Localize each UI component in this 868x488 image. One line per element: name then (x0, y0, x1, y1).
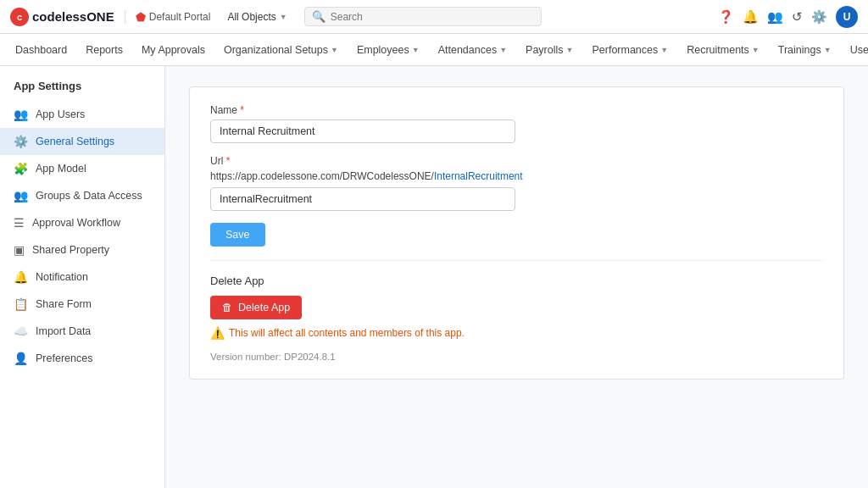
sidebar-item-label: Approval Workflow (32, 217, 120, 229)
chevron-down-icon: ▼ (752, 46, 760, 54)
sidebar-item-label: Preferences (36, 352, 92, 364)
sidebar-item-label: Share Form (36, 298, 92, 310)
chevron-down-icon: ▼ (660, 46, 668, 54)
cloud-icon: ☁️ (14, 324, 28, 338)
property-icon: ▣ (14, 243, 25, 257)
sidebar-item-import-data[interactable]: ☁️ Import Data (0, 318, 164, 345)
bell-icon: 🔔 (14, 270, 28, 284)
nav-reports[interactable]: Reports (77, 37, 131, 63)
chevron-down-icon: ▼ (566, 46, 574, 54)
chevron-down-icon: ▼ (412, 46, 420, 54)
form-icon: 📋 (14, 297, 28, 311)
help-icon[interactable]: ❓ (718, 9, 734, 25)
logo[interactable]: c codelessONE (10, 8, 114, 26)
all-objects-dropdown[interactable]: All Objects ▼ (220, 11, 293, 23)
nav-recruitments[interactable]: Recruitments▼ (678, 37, 768, 63)
search-icon: 🔍 (312, 10, 326, 23)
nav-trainings[interactable]: Trainings▼ (770, 37, 840, 63)
sidebar-item-app-model[interactable]: 🧩 App Model (0, 155, 164, 182)
sidebar-item-label: App Users (36, 108, 85, 120)
sidebar-item-preferences[interactable]: 👤 Preferences (0, 345, 164, 372)
sidebar-item-label: Shared Property (32, 244, 109, 256)
nav-performances[interactable]: Performances▼ (583, 37, 676, 63)
chevron-down-icon: ▼ (331, 46, 338, 54)
group-icon: 👥 (14, 189, 28, 202)
chevron-down-icon: ▼ (824, 46, 832, 54)
chevron-down-icon: ▼ (280, 13, 287, 21)
sidebar-header: App Settings (0, 76, 164, 101)
sidebar-item-app-users[interactable]: 👥 App Users (0, 101, 164, 128)
refresh-icon[interactable]: ↺ (792, 9, 803, 25)
name-input[interactable] (210, 119, 515, 143)
nav-employees[interactable]: Employees▼ (348, 37, 428, 63)
prefs-icon: 👤 (14, 352, 28, 365)
nav-my-approvals[interactable]: My Approvals (133, 37, 214, 63)
sidebar-item-approval-workflow[interactable]: ☰ Approval Workflow (0, 209, 164, 236)
topbar: c codelessONE ⬟ Default Portal All Objec… (0, 0, 868, 34)
model-icon: 🧩 (14, 162, 28, 175)
avatar[interactable]: U (836, 6, 858, 28)
delete-section-title: Delete App (210, 274, 823, 287)
chevron-down-icon: ▼ (499, 46, 507, 54)
sidebar-item-label: General Settings (36, 136, 114, 147)
navbar: Dashboard Reports My Approvals Organizat… (0, 34, 868, 66)
notification-icon[interactable]: 🔔 (743, 9, 759, 25)
nav-user-profiles[interactable]: User Profiles▼ (842, 37, 868, 63)
nav-attendances[interactable]: Attendances▼ (430, 37, 515, 63)
required-star: * (226, 155, 231, 167)
users-icon[interactable]: 👥 (767, 9, 783, 25)
logo-text: codelessONE (32, 9, 114, 24)
sidebar-item-notification[interactable]: 🔔 Notification (0, 263, 164, 291)
sidebar-item-general-settings[interactable]: ⚙️ General Settings (0, 128, 164, 155)
name-label: Name * (210, 104, 823, 116)
users-icon: 👥 (14, 108, 28, 121)
nav-payrolls[interactable]: Payrolls▼ (517, 37, 581, 63)
sidebar-item-groups-data-access[interactable]: 👥 Groups & Data Access (0, 182, 164, 209)
portal-label: Default Portal (149, 11, 211, 23)
topbar-icons: ❓ 🔔 👥 ↺ ⚙️ U (718, 6, 858, 28)
search-bar[interactable]: 🔍 (304, 7, 542, 26)
save-button[interactable]: Save (210, 223, 265, 247)
delete-warning: ⚠️ This will affect all contents and mem… (210, 326, 823, 340)
all-objects-label: All Objects (227, 11, 275, 23)
settings-icon[interactable]: ⚙️ (811, 9, 827, 25)
required-star: * (240, 104, 244, 116)
delete-app-button[interactable]: 🗑 Delete App (210, 296, 302, 319)
url-display: https://app.codelessone.com/DRWCodelessO… (210, 170, 823, 182)
sidebar-item-label: App Model (36, 163, 86, 175)
url-link[interactable]: InternalRecruitment (434, 170, 523, 182)
nav-org-setups[interactable]: Organizational Setups▼ (215, 37, 347, 63)
settings-form-box: Name * Url * https://app.codelessone.com… (189, 86, 844, 380)
version-number: Version number: DP2024.8.1 (210, 352, 823, 362)
trash-icon: 🗑 (222, 302, 233, 313)
sidebar-item-share-form[interactable]: 📋 Share Form (0, 291, 164, 318)
url-input[interactable] (210, 187, 515, 211)
gear-icon: ⚙️ (14, 135, 28, 148)
nav-dashboard[interactable]: Dashboard (7, 37, 75, 63)
url-label: Url * (210, 155, 823, 167)
main-layout: App Settings 👥 App Users ⚙️ General Sett… (0, 66, 868, 488)
content-area: Name * Url * https://app.codelessone.com… (165, 66, 868, 488)
sidebar: App Settings 👥 App Users ⚙️ General Sett… (0, 66, 165, 488)
sidebar-item-label: Notification (36, 271, 88, 283)
portal-icon: ⬟ (136, 10, 146, 24)
sidebar-item-label: Import Data (36, 325, 91, 337)
delete-section: Delete App 🗑 Delete App ⚠️ This will aff… (210, 274, 823, 340)
sidebar-item-label: Groups & Data Access (36, 190, 142, 202)
sidebar-item-shared-property[interactable]: ▣ Shared Property (0, 236, 164, 263)
logo-icon: c (10, 8, 29, 26)
workflow-icon: ☰ (14, 216, 25, 230)
portal-selector[interactable]: ⬟ Default Portal (125, 10, 211, 24)
warning-icon: ⚠️ (210, 326, 225, 340)
search-input[interactable] (331, 11, 534, 23)
